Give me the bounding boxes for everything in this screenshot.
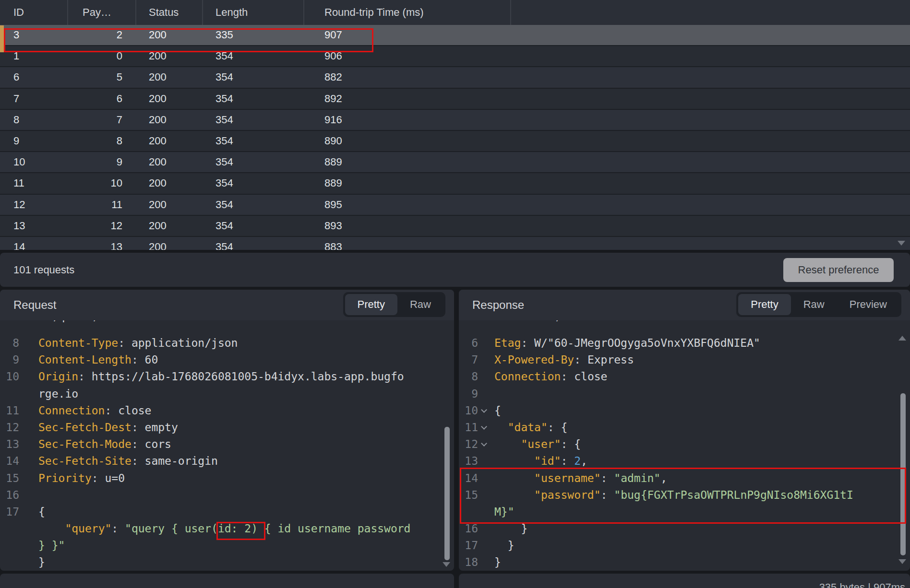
clipped-code-line: Date: Sat, 10 Jan 2026 05:41:07 GMT [459, 320, 910, 335]
code-line-18: 18} [459, 554, 910, 571]
code-line-16: 16 } [459, 520, 910, 537]
line-number [0, 520, 19, 537]
line-number: 13 [0, 436, 19, 453]
cell-payload: 12 [68, 220, 136, 232]
cell-length: 354 [203, 71, 304, 83]
cell-payload: 2 [68, 29, 136, 41]
request-tab-raw[interactable]: Raw [397, 294, 443, 315]
code-text: Connection: close [494, 368, 607, 385]
table-row[interactable]: 98200354890 [0, 131, 910, 152]
response-editor[interactable]: Date: Sat, 10 Jan 2026 05:41:07 GMT6Etag… [459, 320, 910, 571]
response-view-tabs: PrettyRawPreview [736, 292, 901, 317]
code-text: Content-Length: 60 [38, 352, 158, 368]
collapse-chevron-icon[interactable] [481, 440, 487, 447]
request-scrollbar-thumb[interactable] [444, 427, 450, 560]
column-header-filler [511, 0, 910, 25]
cell-id: 7 [0, 93, 68, 105]
table-row[interactable]: 87200354916 [0, 110, 910, 131]
table-row[interactable]: 76200354892 [0, 89, 910, 110]
request-pane-header: Request PrettyRaw [0, 290, 454, 320]
code-line-wrap: Date: Sat, 10 Jan 2026 05:41:07 GMT [459, 320, 910, 325]
cell-length: 354 [203, 177, 304, 189]
code-line-wrap: en;q=0.5, [0, 320, 454, 325]
code-text: Sec-Fetch-Mode: cors [38, 436, 171, 453]
code-text: { [38, 504, 45, 520]
line-number: 10 [459, 402, 478, 419]
line-number [0, 386, 19, 402]
table-scrollbar-down-icon[interactable] [898, 241, 905, 246]
response-scrollbar-thumb[interactable] [900, 393, 906, 555]
line-number [0, 537, 19, 554]
request-editor[interactable]: en;q=0.5,8Content-Type: application/json… [0, 320, 454, 571]
column-header-length[interactable]: Length [203, 0, 304, 25]
code-line-12: 12Sec-Fetch-Dest: empty [0, 419, 454, 436]
code-text: "user": { [494, 436, 581, 453]
code-line-15: 15Priority: u=0 [0, 470, 454, 487]
line-number [459, 320, 478, 325]
cell-rtt: 890 [304, 135, 511, 147]
column-header-round-trip-time-ms-[interactable]: Round-trip Time (ms) [304, 0, 511, 25]
column-header-status[interactable]: Status [136, 0, 203, 25]
code-line-wrap: } }" [0, 537, 454, 554]
response-tab-pretty[interactable]: Pretty [738, 294, 790, 315]
line-number [0, 554, 19, 571]
code-line-10: 10{ [459, 402, 910, 419]
cell-payload: 0 [68, 50, 136, 62]
response-scrollbar-up-icon[interactable] [898, 336, 906, 341]
line-number: 14 [0, 453, 19, 470]
code-line-13: 13Sec-Fetch-Mode: cors [0, 436, 454, 453]
code-line-13: 13 "id": 2, [459, 453, 910, 470]
code-text: "password": "bug{FGXTrPsaOWTPRLnP9gNIso8… [494, 487, 853, 504]
cell-status: 200 [136, 177, 203, 189]
cell-length: 354 [203, 241, 304, 250]
collapse-chevron-icon[interactable] [481, 407, 487, 413]
table-row[interactable]: 1312200354893 [0, 216, 910, 237]
code-text: Priority: u=0 [38, 470, 125, 487]
line-number: 6 [459, 335, 478, 352]
table-row[interactable]: 1413200354883 [0, 237, 910, 250]
code-line-11: 11 "data": { [459, 419, 910, 436]
response-tab-raw[interactable]: Raw [791, 294, 837, 315]
cell-rtt: 907 [304, 29, 511, 41]
cell-id: 10 [0, 156, 68, 168]
response-tab-preview[interactable]: Preview [837, 294, 899, 315]
response-scrollbar-down-icon[interactable] [898, 559, 906, 564]
cell-rtt: 889 [304, 156, 511, 168]
table-row-clipped: 1413200354883 [0, 237, 910, 250]
code-line-11: 11Connection: close [0, 402, 454, 419]
table-row[interactable]: 10200354906 [0, 46, 910, 67]
cell-length: 354 [203, 93, 304, 105]
table-row[interactable]: 1211200354895 [0, 195, 910, 216]
cell-length: 354 [203, 220, 304, 232]
table-row[interactable]: 65200354882 [0, 67, 910, 88]
line-number: 9 [459, 386, 478, 402]
request-scrollbar-down-icon[interactable] [443, 562, 450, 567]
table-row[interactable]: 32200335907 [0, 25, 910, 46]
cell-status: 200 [136, 135, 203, 147]
column-header-id[interactable]: ID [0, 0, 68, 25]
response-footer-strip: 335 bytes | 907ms [459, 574, 910, 588]
line-number: 8 [459, 368, 478, 385]
cell-payload: 7 [68, 114, 136, 126]
cell-status: 200 [136, 93, 203, 105]
table-row[interactable]: 1110200354889 [0, 173, 910, 194]
code-text: Connection: close [38, 402, 151, 419]
cell-status: 200 [136, 114, 203, 126]
code-line-14: 14Sec-Fetch-Site: same-origin [0, 453, 454, 470]
line-number: 8 [0, 335, 19, 352]
cell-payload: 8 [68, 135, 136, 147]
code-text: rge.io [38, 386, 78, 402]
table-header-row: IDPay…StatusLengthRound-trip Time (ms) [0, 0, 910, 25]
selected-row-marker [0, 25, 4, 52]
collapse-chevron-icon[interactable] [481, 423, 487, 430]
reset-preference-button[interactable]: Reset preference [783, 258, 894, 282]
cell-length: 354 [203, 114, 304, 126]
column-header-pay-[interactable]: Pay… [68, 0, 136, 25]
request-pane-title: Request [13, 290, 56, 320]
cell-status: 200 [136, 199, 203, 211]
line-number: 7 [459, 352, 478, 368]
code-text: "id": 2, [494, 453, 587, 470]
cell-rtt: 906 [304, 50, 511, 62]
request-tab-pretty[interactable]: Pretty [345, 294, 397, 315]
table-row[interactable]: 109200354889 [0, 152, 910, 173]
